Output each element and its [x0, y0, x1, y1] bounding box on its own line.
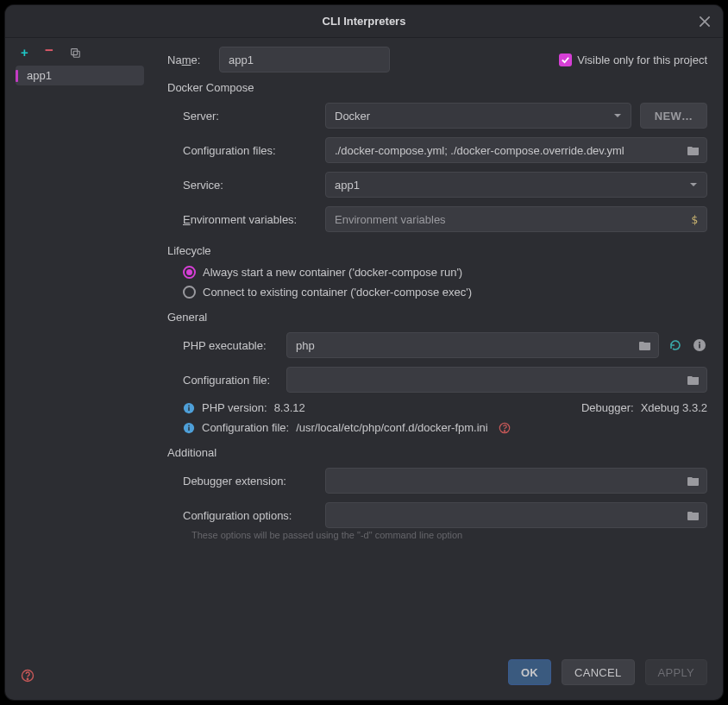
lifecycle-run-radio[interactable]: Always start a new container ('docker-co… — [183, 266, 707, 279]
cfg-file-field[interactable] — [286, 367, 707, 393]
server-select[interactable]: Docker — [325, 103, 631, 129]
interpreter-list-panel: + − app1 — [5, 38, 152, 657]
svg-rect-3 — [699, 344, 700, 349]
warning-icon[interactable] — [499, 422, 511, 434]
env-input[interactable] — [335, 208, 681, 230]
config-files-value: ./docker-compose.yml; ./docker-compose.o… — [335, 144, 679, 157]
cfg-opts-field[interactable] — [325, 502, 707, 528]
service-label: Service: — [183, 179, 317, 192]
php-exe-field[interactable]: php — [286, 332, 659, 358]
svg-rect-4 — [699, 342, 700, 343]
titlebar: CLI Interpreters — [5, 5, 723, 38]
lifecycle-exec-label: Connect to existing container ('docker-c… — [203, 286, 472, 299]
docker-compose-section: Docker Compose — [167, 81, 707, 94]
chevron-down-icon — [689, 180, 698, 189]
folder-icon[interactable] — [686, 473, 701, 488]
folder-icon[interactable] — [686, 142, 701, 158]
ini-value: /usr/local/etc/php/conf.d/docker-fpm.ini — [296, 421, 488, 434]
main-panel: Name: Visible only for this project Dock… — [152, 38, 723, 657]
list-item[interactable]: app1 — [16, 66, 144, 85]
server-value: Docker — [335, 110, 370, 123]
cfg-file-label: Configuration file: — [183, 374, 278, 387]
cfg-opts-label: Configuration options: — [183, 509, 317, 522]
cfg-opts-hint: These options will be passed using the "… — [191, 530, 707, 540]
lifecycle-exec-radio[interactable]: Connect to existing container ('docker-c… — [183, 286, 707, 299]
folder-icon[interactable] — [686, 372, 701, 387]
name-input[interactable] — [219, 47, 390, 72]
debugger-label: Debugger: — [581, 401, 634, 414]
folder-icon[interactable] — [637, 337, 653, 353]
refresh-icon[interactable] — [668, 337, 683, 353]
list-item-label: app1 — [27, 69, 52, 82]
new-server-button[interactable]: NEW… — [640, 103, 707, 129]
help-icon[interactable] — [21, 669, 35, 683]
apply-button[interactable]: APPLY — [645, 659, 707, 685]
svg-rect-10 — [188, 425, 189, 425]
lifecycle-section: Lifecycle — [167, 244, 707, 257]
selection-bar — [16, 70, 18, 82]
radio-icon — [183, 286, 196, 299]
chevron-down-icon — [613, 111, 622, 120]
svg-rect-6 — [188, 406, 189, 410]
svg-rect-9 — [188, 426, 189, 430]
php-version-label: PHP version: — [202, 401, 267, 414]
env-field[interactable]: $ — [325, 206, 707, 232]
ini-label: Configuration file: — [202, 421, 289, 434]
remove-icon[interactable]: − — [45, 47, 57, 59]
server-label: Server: — [183, 110, 317, 123]
dbg-ext-label: Debugger extension: — [183, 475, 317, 488]
add-icon[interactable]: + — [21, 47, 33, 59]
info-icon[interactable] — [692, 337, 707, 353]
general-section: General — [167, 311, 707, 324]
visible-only-label: Visible only for this project — [577, 54, 707, 66]
php-exe-value: php — [296, 339, 631, 352]
env-label: Environment variables: — [183, 213, 317, 226]
svg-point-14 — [27, 678, 28, 679]
additional-section: Additional — [167, 446, 707, 459]
edit-icon[interactable] — [686, 507, 701, 523]
php-version-value: 8.3.12 — [274, 401, 305, 414]
copy-icon[interactable] — [69, 47, 81, 59]
service-select[interactable]: app1 — [325, 172, 707, 198]
check-icon — [559, 54, 572, 66]
config-files-label: Configuration files: — [183, 144, 317, 157]
lifecycle-run-label: Always start a new container ('docker-co… — [203, 266, 462, 279]
cancel-button[interactable]: CANCEL — [562, 659, 635, 685]
window-title: CLI Interpreters — [323, 15, 406, 28]
svg-rect-0 — [72, 49, 78, 55]
service-value: app1 — [335, 179, 360, 192]
name-label: Name: — [167, 54, 210, 66]
info-icon — [183, 422, 195, 434]
svg-rect-1 — [73, 51, 79, 57]
svg-rect-7 — [188, 405, 189, 406]
ok-button[interactable]: OK — [508, 659, 551, 685]
config-files-field[interactable]: ./docker-compose.yml; ./docker-compose.o… — [325, 137, 707, 163]
close-icon[interactable] — [697, 14, 712, 29]
info-icon — [183, 402, 195, 414]
svg-point-12 — [504, 430, 505, 431]
dollar-icon[interactable]: $ — [687, 213, 701, 226]
php-exe-label: PHP executable: — [183, 339, 278, 352]
visible-only-checkbox[interactable]: Visible only for this project — [559, 54, 707, 66]
dbg-ext-field[interactable] — [325, 468, 707, 494]
radio-icon — [183, 266, 196, 279]
debugger-value: Xdebug 3.3.2 — [641, 401, 707, 414]
